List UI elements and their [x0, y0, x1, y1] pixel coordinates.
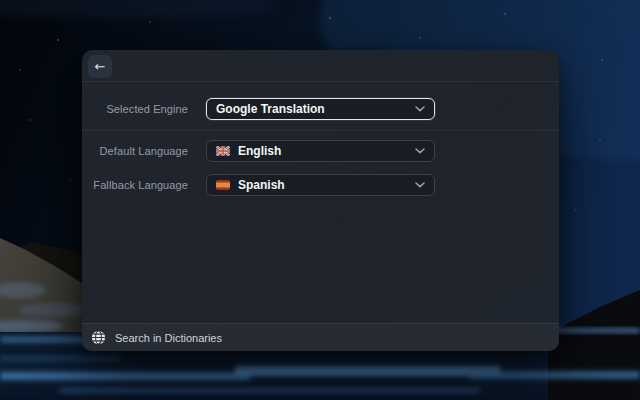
selected-engine-row: Selected Engine Google Translation	[82, 82, 559, 131]
desktop: ← Selected Engine Google Translation Def…	[0, 0, 640, 400]
spain-flag-icon	[216, 180, 230, 190]
search-in-dictionaries-row[interactable]: Search in Dictionaries	[82, 323, 559, 351]
default-language-value: English	[238, 144, 281, 158]
chevron-down-icon	[415, 182, 425, 188]
uk-flag-icon	[216, 146, 230, 156]
selected-engine-dropdown[interactable]: Google Translation	[206, 98, 435, 120]
fallback-language-row: Fallback Language Spanish	[82, 168, 559, 202]
chevron-down-icon	[415, 106, 425, 112]
default-language-dropdown[interactable]: English	[206, 140, 435, 162]
selected-engine-label: Selected Engine	[82, 103, 188, 115]
globe-icon	[91, 330, 106, 345]
window-header: ←	[82, 50, 559, 82]
fallback-language-dropdown[interactable]: Spanish	[206, 174, 435, 196]
back-button[interactable]: ←	[88, 55, 112, 78]
default-language-row: Default Language English	[82, 134, 559, 168]
default-language-label: Default Language	[82, 145, 188, 157]
search-in-dictionaries-label: Search in Dictionaries	[115, 332, 222, 344]
selected-engine-value: Google Translation	[216, 102, 325, 116]
settings-window: ← Selected Engine Google Translation Def…	[82, 50, 559, 351]
chevron-down-icon	[415, 148, 425, 154]
language-section: Default Language English	[82, 131, 559, 202]
arrow-left-icon: ←	[95, 59, 106, 74]
fallback-language-label: Fallback Language	[82, 179, 188, 191]
fallback-language-value: Spanish	[238, 178, 285, 192]
